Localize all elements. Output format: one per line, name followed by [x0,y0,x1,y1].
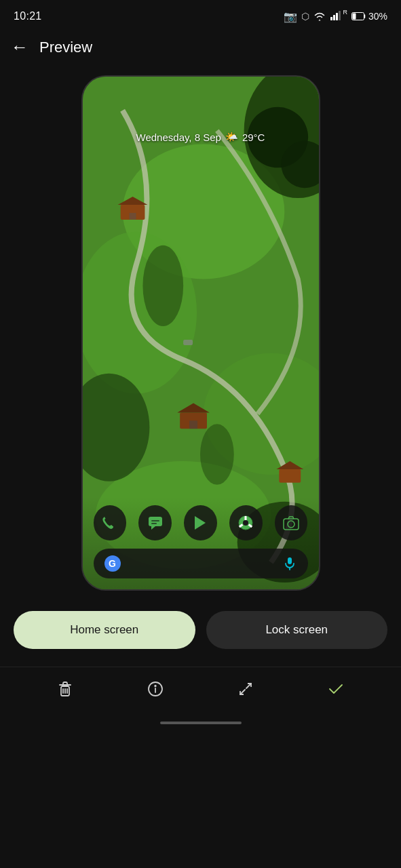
svg-marker-28 [151,526,155,530]
signal-icon: R [330,10,347,23]
svg-rect-1 [333,15,335,20]
phone-preview: Wednesday, 8 Sep 🌤️ 29°C [81,75,320,591]
page-title: Preview [39,39,92,56]
svg-line-46 [240,690,245,694]
svg-rect-30 [151,523,157,524]
svg-point-26 [200,424,234,485]
instagram-icon: 📷 [284,10,297,23]
svg-rect-36 [288,557,292,564]
status-time: 10:21 [14,10,42,22]
home-screen-tab[interactable]: Home screen [14,611,195,649]
svg-point-25 [142,245,183,326]
chrome-icon[interactable] [229,505,263,540]
app-icons-row [94,505,308,540]
svg-rect-5 [352,14,356,20]
svg-rect-3 [339,11,341,20]
google-logo: G [104,555,121,572]
svg-rect-22 [279,469,301,483]
mic-icon[interactable] [282,556,297,571]
svg-point-33 [243,520,248,526]
lock-date: Wednesday, 8 Sep 🌤️ 29°C [83,131,319,143]
svg-point-44 [155,686,156,687]
status-icons: 📷 ⬡ R 30% [284,10,387,23]
wifi-icon [313,12,326,21]
messages-app-icon[interactable] [138,505,172,540]
svg-rect-18 [129,213,136,220]
shape-icon: ⬡ [301,11,309,22]
svg-rect-2 [336,13,338,20]
home-indicator [0,716,401,727]
svg-rect-0 [330,17,332,20]
delete-button[interactable] [49,673,81,705]
search-bar[interactable]: G [94,549,308,578]
expand-button[interactable] [229,673,262,705]
tab-section: Home screen Lock screen [0,604,401,656]
svg-marker-31 [195,516,206,530]
lock-info: Wednesday, 8 Sep 🌤️ 29°C [83,131,319,143]
weather-emoji: 🌤️ [225,131,238,143]
svg-rect-24 [183,340,193,345]
phone-app-icon[interactable] [94,505,127,540]
svg-line-45 [246,684,251,688]
home-bar [160,722,242,724]
play-store-icon[interactable] [184,505,217,540]
svg-point-35 [288,521,294,528]
battery-percent: 30% [368,11,387,22]
status-bar: 10:21 📷 ⬡ R 30 [0,0,401,30]
camera-app-icon[interactable] [275,505,308,540]
preview-container: Wednesday, 8 Sep 🌤️ 29°C [0,68,401,604]
dock-area: G [83,497,319,589]
svg-rect-21 [189,420,197,429]
lock-screen-tab[interactable]: Lock screen [206,611,388,649]
info-button[interactable] [139,673,172,705]
back-button[interactable]: ← [11,37,28,58]
svg-rect-29 [151,520,159,521]
confirm-button[interactable] [320,673,352,705]
battery-icon: 30% [351,11,387,22]
header: ← Preview [0,30,401,68]
bottom-toolbar [0,667,401,716]
